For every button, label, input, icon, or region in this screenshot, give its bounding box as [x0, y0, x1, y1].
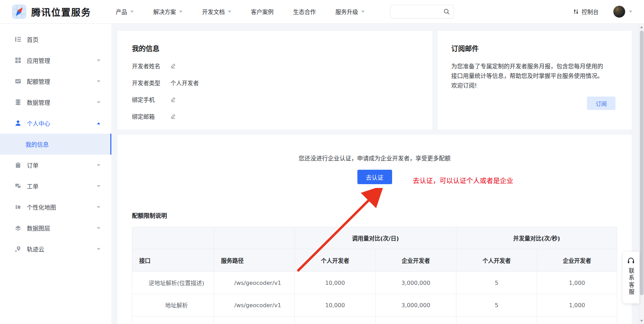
nav-item-upgrade[interactable]: 服务升级 — [335, 8, 365, 16]
chevron-up-icon — [97, 122, 100, 124]
chevron-down-icon — [97, 59, 100, 62]
sidebar-item-apps[interactable]: 应用管理 — [0, 50, 111, 71]
go-verify-button[interactable]: 去认证 — [357, 170, 392, 184]
my-info-card: 我的信息 开发者姓名 开发者类型 个人开发者 绑定手机 — [118, 31, 432, 130]
col-header-path: 服务路径 — [214, 249, 295, 272]
quota-table: 调用量对比(次/日) 并发量对比(次/秒) 接口 服务路径 个人开发者 企业开发… — [132, 227, 617, 324]
col-header-enterprise-concurrent: 企业开发者 — [537, 249, 617, 272]
sidebar: 首页 应用管理 配额管理 数据管理 个人中心 — [0, 24, 111, 324]
sidebar-item-label: 数据管理 — [27, 98, 50, 107]
cell-personal-concurrent: 5 — [456, 272, 537, 294]
compass-logo-icon — [12, 4, 27, 19]
developer-type-row: 开发者类型 个人开发者 — [132, 79, 418, 87]
nav-item-cases[interactable]: 客户案例 — [251, 8, 274, 16]
sidebar-item-label: 轨迹云 — [27, 245, 44, 253]
sidebar-item-label: 订单 — [27, 161, 38, 169]
subscribe-title: 订阅邮件 — [451, 43, 615, 53]
call-volume-group-header: 调用量对比(次/日) — [295, 227, 456, 249]
nav-item-docs[interactable]: 开发文档 — [202, 8, 231, 16]
nav-item-solutions[interactable]: 解决方案 — [153, 8, 182, 16]
sidebar-item-label: 首页 — [27, 35, 38, 44]
avatar[interactable] — [613, 5, 625, 18]
sidebar-item-orders[interactable]: 订单 — [0, 155, 111, 176]
col-header-personal-call: 个人开发者 — [295, 249, 376, 272]
edit-pencil-icon[interactable] — [170, 114, 176, 119]
cell-interface: 地点搜索 — [132, 316, 214, 324]
orders-icon — [15, 162, 22, 169]
nav-item-products[interactable]: 产品 — [116, 8, 134, 16]
main-nav: 产品 解决方案 开发文档 客户案例 生态合作 服务升级 — [116, 8, 365, 16]
console-label: 控制台 — [582, 8, 599, 16]
scroll-down-arrow-icon[interactable] — [640, 320, 643, 322]
edit-pencil-icon[interactable] — [170, 97, 176, 102]
home-list-icon — [15, 36, 22, 43]
cell-interface: 逆地址解析(位置描述) — [132, 272, 214, 294]
col-header-enterprise-call: 企业开发者 — [376, 249, 456, 272]
brand-logo[interactable]: 腾讯位置服务 — [12, 4, 91, 19]
chevron-down-icon — [97, 206, 100, 208]
scroll-up-arrow-icon[interactable] — [640, 26, 643, 28]
main-content: 我的信息 开发者姓名 开发者类型 个人开发者 绑定手机 — [111, 24, 644, 324]
cell-enterprise-concurrent: 200 — [537, 316, 617, 324]
chevron-down-icon[interactable] — [629, 11, 632, 13]
sliders-icon — [573, 9, 579, 15]
cell-enterprise-concurrent: 1,000 — [537, 272, 617, 294]
user-icon — [15, 120, 22, 127]
verify-annotation-text: 去认证，可以认证个人或者是企业 — [413, 175, 513, 185]
table-row: 地点搜索 /ws/place/v1/search 10,000 500,000 … — [132, 316, 617, 324]
nav-item-ecosystem[interactable]: 生态合作 — [293, 8, 316, 16]
developer-name-label: 开发者姓名 — [132, 62, 170, 70]
cell-personal-call: 10,000 — [295, 316, 376, 324]
verify-notice: 您还没进行企业认证，申请成为企业开发者，享受更多配额 — [132, 135, 617, 162]
sidebar-item-label: 数据图层 — [27, 224, 50, 232]
contact-support-tab[interactable]: 联系客服 — [623, 252, 639, 303]
subscribe-button[interactable]: 订阅 — [587, 97, 615, 110]
console-link[interactable]: 控制台 — [573, 8, 599, 16]
chevron-down-icon — [97, 101, 100, 103]
cell-path: /ws/place/v1/search — [214, 316, 295, 324]
chevron-down-icon — [97, 164, 100, 166]
search-icon[interactable] — [443, 8, 450, 15]
track-pin-icon — [15, 246, 22, 253]
quota-column-header-row: 接口 服务路径 个人开发者 企业开发者 个人开发者 企业开发者 — [132, 249, 617, 272]
apps-grid-icon — [15, 57, 22, 64]
sidebar-item-track-cloud[interactable]: 轨迹云 — [0, 238, 111, 259]
bind-email-label: 绑定邮箱 — [132, 112, 170, 121]
edit-pencil-icon[interactable] — [170, 63, 176, 69]
empty-header-cell — [132, 227, 214, 249]
contact-support-label: 联系客服 — [627, 268, 635, 296]
quota-title: 配额限制说明 — [132, 211, 617, 220]
chevron-down-icon — [97, 248, 100, 250]
cell-enterprise-call: 3,000,000 — [376, 294, 456, 316]
quota-chart-icon — [15, 78, 22, 85]
my-info-title: 我的信息 — [132, 43, 418, 53]
cell-interface: 地址解析 — [132, 294, 214, 316]
page-scrollbar[interactable] — [639, 24, 644, 324]
chevron-down-icon — [179, 11, 182, 13]
sidebar-item-label: 个性化地图 — [27, 203, 56, 211]
search-input[interactable] — [395, 9, 443, 15]
empty-header-cell — [214, 227, 295, 249]
sidebar-item-label: 个人中心 — [27, 119, 50, 127]
cell-path: /ws/geocoder/v1 — [214, 272, 295, 294]
tickets-icon — [15, 183, 22, 190]
cell-enterprise-concurrent: 1,000 — [537, 294, 617, 316]
scrollbar-thumb[interactable] — [640, 31, 644, 295]
sidebar-item-personal-center[interactable]: 个人中心 — [0, 113, 111, 134]
sidebar-item-layers[interactable]: 数据图层 — [0, 217, 111, 238]
search-box[interactable] — [390, 5, 454, 19]
navbar-right: 控制台 — [573, 5, 633, 18]
sidebar-item-quota[interactable]: 配额管理 — [0, 71, 111, 92]
concurrency-group-header: 并发量对比(次/秒) — [456, 227, 617, 249]
sidebar-item-custom-map[interactable]: 个性化地图 — [0, 197, 111, 217]
developer-type-label: 开发者类型 — [132, 79, 170, 87]
chevron-down-icon — [130, 11, 134, 13]
sidebar-item-label: 工单 — [27, 182, 38, 190]
cell-path: /ws/geocoder/v1 — [214, 294, 295, 316]
sidebar-item-home[interactable]: 首页 — [0, 29, 111, 50]
sidebar-subitem-my-info[interactable]: 我的信息 — [0, 134, 111, 155]
chevron-down-icon — [97, 227, 100, 229]
top-navbar: 腾讯位置服务 产品 解决方案 开发文档 客户案例 生态合作 服务升级 — [0, 0, 644, 24]
sidebar-item-tickets[interactable]: 工单 — [0, 176, 111, 197]
sidebar-item-data[interactable]: 数据管理 — [0, 92, 111, 113]
